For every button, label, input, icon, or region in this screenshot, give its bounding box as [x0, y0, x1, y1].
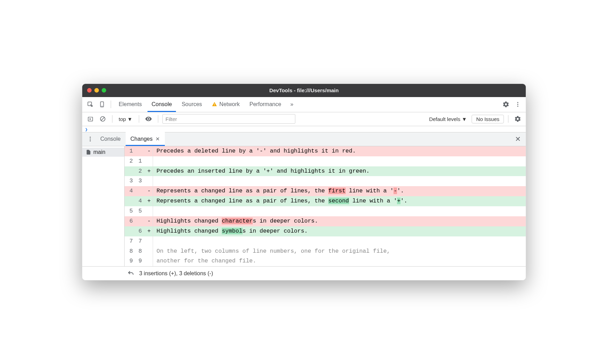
- more-tabs-button[interactable]: »: [287, 101, 297, 107]
- svg-point-5: [517, 102, 518, 103]
- diff-row: 88On the left, two columns of line numbe…: [125, 246, 526, 257]
- divider: [139, 115, 139, 123]
- line-number-old: 2: [125, 156, 135, 166]
- diff-row: 6+Highlights changed symbols in deeper c…: [125, 226, 526, 236]
- drawer-tabs: Console Changes ✕ ✕: [82, 132, 526, 146]
- diff-marker: -: [145, 186, 153, 196]
- diff-row: 4+Represents a changed line as a pair of…: [125, 196, 526, 206]
- line-number-new: 8: [135, 246, 145, 257]
- line-number-old: 7: [125, 236, 135, 246]
- diff-row: 1-Precedes a deleted line by a '-' and h…: [125, 146, 526, 156]
- tab-sources[interactable]: Sources: [177, 97, 206, 112]
- line-number-new: 3: [135, 176, 145, 186]
- line-number-old: [125, 196, 135, 206]
- chevron-down-icon: ▼: [127, 116, 133, 122]
- svg-marker-9: [90, 118, 91, 120]
- levels-label: Default levels: [429, 116, 460, 122]
- drawer-menu-icon[interactable]: [85, 134, 95, 144]
- line-number-new: 5: [135, 206, 145, 216]
- live-expression-icon[interactable]: [143, 114, 154, 124]
- svg-rect-4: [214, 105, 214, 106]
- toggle-sidebar-icon[interactable]: [85, 114, 95, 124]
- tab-console[interactable]: Console: [147, 97, 176, 112]
- console-settings-icon[interactable]: [513, 114, 523, 124]
- diff-marker: [145, 156, 153, 166]
- clear-console-icon[interactable]: [98, 114, 108, 124]
- diff-marker: +: [145, 226, 153, 236]
- line-number-new: [135, 216, 145, 226]
- settings-icon[interactable]: [501, 99, 511, 110]
- file-tree-item-label: main: [93, 149, 105, 155]
- diff-code: Highlights changed symbols in deeper col…: [153, 226, 526, 236]
- line-number-new: 2: [135, 166, 145, 176]
- line-number-new: 6: [135, 226, 145, 236]
- tab-elements[interactable]: Elements: [115, 97, 146, 112]
- divider: [111, 101, 111, 108]
- close-drawer-icon[interactable]: ✕: [513, 135, 523, 143]
- diff-code: [153, 206, 526, 216]
- close-tab-icon[interactable]: ✕: [155, 136, 160, 142]
- diff-marker: [145, 256, 153, 266]
- drawer-tab-changes[interactable]: Changes ✕: [126, 132, 165, 146]
- diff-row: 21: [125, 156, 526, 166]
- line-number-old: 6: [125, 216, 135, 226]
- line-number-old: 1: [125, 146, 135, 156]
- diff-code: [153, 176, 526, 186]
- console-filter-bar: top ▼ Default levels ▼ No Issues: [82, 112, 526, 126]
- line-number-new: 7: [135, 236, 145, 246]
- device-toggle-icon[interactable]: [97, 99, 107, 110]
- diff-code: On the left, two columns of line numbers…: [153, 246, 526, 257]
- diff-marker: [145, 236, 153, 246]
- file-tree-item[interactable]: main: [82, 148, 124, 157]
- diff-row: 6-Highlights changed characters in deepe…: [125, 216, 526, 226]
- diff-marker: +: [145, 196, 153, 206]
- diff-marker: [145, 246, 153, 257]
- svg-point-6: [517, 104, 518, 105]
- file-icon: [86, 149, 91, 155]
- warning-icon: [212, 102, 217, 107]
- diff-code: Represents a changed line as a pair of l…: [153, 186, 526, 196]
- divider: [158, 115, 158, 123]
- diff-summary: 3 insertions (+), 3 deletions (-): [139, 270, 213, 277]
- diff-row: 2+Precedes an inserted line by a '+' and…: [125, 166, 526, 176]
- kebab-menu-icon[interactable]: [513, 99, 523, 110]
- svg-point-7: [517, 106, 518, 107]
- console-prompt[interactable]: ❯: [82, 126, 526, 132]
- diff-row: 77: [125, 236, 526, 246]
- diff-code: Precedes an inserted line by a '+' and h…: [153, 166, 526, 176]
- line-number-new: [135, 146, 145, 156]
- tab-network[interactable]: Network: [208, 97, 244, 112]
- context-selector[interactable]: top ▼: [117, 115, 135, 123]
- divider: [508, 115, 508, 123]
- drawer-tab-console[interactable]: Console: [95, 132, 126, 146]
- window-title: DevTools - file:///Users/main: [82, 87, 526, 93]
- diff-marker: [145, 176, 153, 186]
- diff-code: Precedes a deleted line by a '-' and hig…: [153, 146, 526, 156]
- prompt-caret-icon: ❯: [85, 127, 88, 132]
- diff-marker: -: [145, 146, 153, 156]
- issues-button[interactable]: No Issues: [472, 115, 504, 123]
- diff-row: 55: [125, 206, 526, 216]
- log-levels-selector[interactable]: Default levels ▼: [426, 116, 470, 122]
- titlebar: DevTools - file:///Users/main: [82, 84, 526, 97]
- svg-point-12: [90, 137, 91, 138]
- context-label: top: [119, 116, 126, 122]
- line-number-new: 4: [135, 196, 145, 206]
- inspect-icon[interactable]: [85, 99, 95, 110]
- diff-code: Highlights changed characters in deeper …: [153, 216, 526, 226]
- diff-marker: [145, 206, 153, 216]
- line-number-new: 9: [135, 256, 145, 266]
- line-number-old: 3: [125, 176, 135, 186]
- filter-input[interactable]: [162, 114, 295, 124]
- line-number-old: 9: [125, 256, 135, 266]
- diff-view: 1-Precedes a deleted line by a '-' and h…: [125, 146, 526, 267]
- main-tabs: Elements Console Sources Network Perform…: [82, 97, 526, 112]
- svg-line-11: [101, 118, 104, 121]
- line-number-old: 5: [125, 206, 135, 216]
- diff-row: 33: [125, 176, 526, 186]
- revert-icon[interactable]: [127, 270, 134, 277]
- line-number-new: [135, 186, 145, 196]
- tab-performance[interactable]: Performance: [245, 97, 286, 112]
- tab-network-label: Network: [219, 101, 240, 107]
- line-number-old: [125, 166, 135, 176]
